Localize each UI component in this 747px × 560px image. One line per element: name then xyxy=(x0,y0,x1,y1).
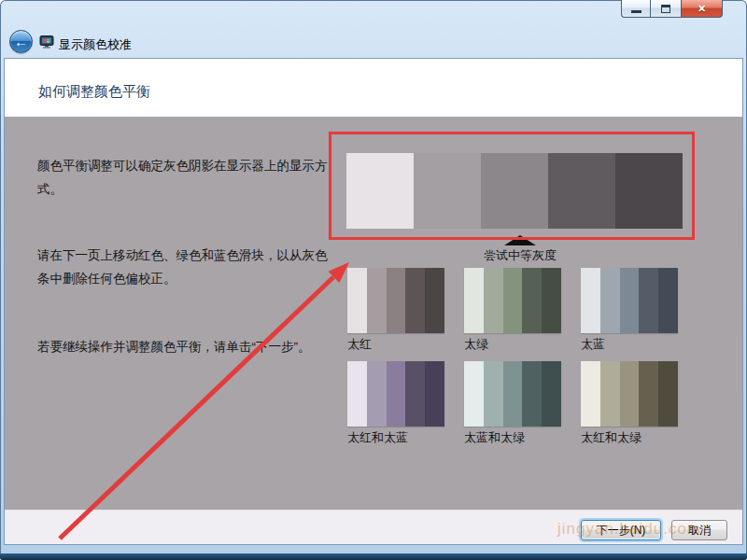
window-controls: ✕ xyxy=(621,0,723,18)
color-stripe xyxy=(367,268,387,333)
wizard-page: 如何调整颜色平衡 颜色平衡调整可以确定灰色阴影在显示器上的显示方式。 请在下一页… xyxy=(4,58,743,545)
color-sample-too-red-green: 太红和太绿 xyxy=(581,361,678,445)
next-button[interactable]: 下一步(N) xyxy=(581,520,661,540)
color-stripe xyxy=(542,361,561,427)
button-bar: jingyan.baidu.com 下一步(N) 取消 xyxy=(5,510,742,544)
color-stripe xyxy=(581,361,600,427)
color-stripe xyxy=(639,361,658,427)
color-sample-too-blue: 太蓝 xyxy=(581,268,678,352)
color-stripe xyxy=(658,268,678,333)
color-sample-label: 太红和太蓝 xyxy=(347,429,444,445)
color-sample-too-blue-green: 太蓝和太绿 xyxy=(464,361,561,445)
close-button[interactable]: ✕ xyxy=(681,0,723,18)
color-stripe xyxy=(367,361,387,427)
color-sample-label: 太红和太绿 xyxy=(581,429,678,445)
color-sample-bars xyxy=(581,268,678,333)
color-stripe xyxy=(600,361,620,427)
color-sample-bars xyxy=(464,361,561,427)
color-stripe xyxy=(405,268,425,333)
close-icon: ✕ xyxy=(698,3,706,15)
arrow-left-icon: ← xyxy=(14,34,28,49)
color-stripe xyxy=(347,361,367,427)
page-header: 如何调整颜色平衡 xyxy=(5,59,742,117)
color-sample-bars xyxy=(347,268,444,333)
annotation-highlight-box xyxy=(329,132,695,240)
maximize-button[interactable] xyxy=(650,0,681,18)
cancel-button[interactable]: 取消 xyxy=(671,520,727,540)
minimize-button[interactable] xyxy=(621,0,650,18)
instruction-paragraph: 请在下一页上移动红色、绿色和蓝色滑块，以从灰色条中删除任何色偏校正。 xyxy=(37,244,336,290)
color-stripe xyxy=(387,268,406,333)
color-stripe xyxy=(464,268,484,333)
color-stripe xyxy=(484,268,503,333)
color-sample-label: 太蓝和太绿 xyxy=(464,429,561,445)
page-title: 如何调整颜色平衡 xyxy=(5,59,742,101)
color-stripe xyxy=(620,268,640,333)
display-color-calibration-window: ✕ ← 显示颜色校准 如何调整颜色平衡 颜色平衡调整可以确定灰色阴影在显示器上的… xyxy=(0,0,747,560)
color-stripe xyxy=(387,361,406,427)
color-sample-bars xyxy=(347,361,444,427)
color-sample-label: 太蓝 xyxy=(581,336,678,352)
color-stripe xyxy=(425,268,444,333)
color-sample-bars xyxy=(581,361,678,427)
color-stripe xyxy=(503,361,523,427)
color-sample-label: 太红 xyxy=(347,336,444,352)
color-stripe xyxy=(522,268,542,333)
color-stripe xyxy=(503,268,523,333)
color-cast-samples: 太红 太绿 太蓝 太红和太蓝 太蓝和太绿 xyxy=(347,268,678,445)
color-stripe xyxy=(425,361,444,427)
color-sample-too-red-blue: 太红和太蓝 xyxy=(347,361,444,445)
color-stripe xyxy=(542,268,561,333)
color-sample-too-green: 太绿 xyxy=(464,268,561,352)
color-stripe xyxy=(658,361,678,427)
color-sample-bars xyxy=(464,268,561,333)
color-stripe xyxy=(639,268,658,333)
color-sample-too-red: 太红 xyxy=(347,268,444,352)
midtone-marker-label: 尝试中等灰度 xyxy=(436,247,604,264)
color-stripe xyxy=(464,361,484,427)
color-stripe xyxy=(620,361,640,427)
color-sample-label: 太绿 xyxy=(464,336,561,352)
minimize-icon xyxy=(631,10,641,13)
maximize-icon xyxy=(661,5,670,13)
monitor-icon xyxy=(39,35,54,49)
color-stripe xyxy=(600,268,620,333)
color-stripe xyxy=(484,361,503,427)
window-title: 显示颜色校准 xyxy=(59,36,132,53)
instruction-paragraph: 颜色平衡调整可以确定灰色阴影在显示器上的显示方式。 xyxy=(37,154,336,201)
back-button[interactable]: ← xyxy=(9,30,33,53)
instruction-paragraph: 若要继续操作并调整颜色平衡，请单击“下一步”。 xyxy=(37,335,336,358)
page-body: 颜色平衡调整可以确定灰色阴影在显示器上的显示方式。 请在下一页上移动红色、绿色和… xyxy=(5,117,742,510)
color-stripe xyxy=(581,268,600,333)
color-stripe xyxy=(522,361,542,427)
color-stripe xyxy=(347,268,367,333)
color-stripe xyxy=(405,361,425,427)
